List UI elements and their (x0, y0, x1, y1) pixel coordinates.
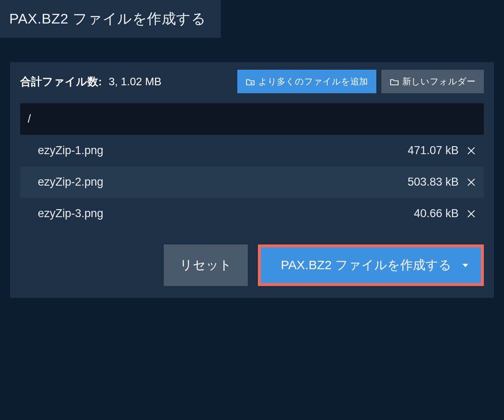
new-folder-label: 新しいフォルダー (402, 76, 475, 87)
reset-button[interactable]: リセット (164, 244, 248, 286)
file-list: / ezyZip-1.png 471.07 kB ezyZip-2.png 50… (20, 103, 484, 229)
caret-down-icon (462, 264, 468, 267)
remove-file-icon[interactable] (466, 209, 476, 219)
file-name: ezyZip-3.png (38, 207, 414, 220)
panel-title-tab: PAX.BZ2 ファイルを作成する (0, 0, 221, 38)
new-folder-button[interactable]: 新しいフォルダー (381, 70, 484, 93)
panel-title: PAX.BZ2 ファイルを作成する (9, 10, 206, 26)
remove-file-icon[interactable] (466, 146, 476, 156)
file-row[interactable]: ezyZip-3.png 40.66 kB (20, 198, 484, 229)
footer-actions: リセット PAX.BZ2 ファイルを作成する (10, 229, 494, 298)
current-path-row[interactable]: / (20, 103, 484, 135)
create-archive-button[interactable]: PAX.BZ2 ファイルを作成する (261, 247, 481, 283)
current-path: / (28, 113, 31, 125)
file-row[interactable]: ezyZip-1.png 471.07 kB (20, 135, 484, 166)
toolbar: 合計ファイル数: 3, 1.02 MB より多くのファイルを追加 新しいフォルダ… (10, 62, 494, 103)
create-archive-label: PAX.BZ2 ファイルを作成する (281, 257, 452, 274)
file-size: 40.66 kB (414, 207, 459, 220)
create-archive-panel: 合計ファイル数: 3, 1.02 MB より多くのファイルを追加 新しいフォルダ… (10, 62, 494, 298)
add-more-files-label: より多くのファイルを追加 (258, 76, 368, 87)
create-button-highlight: PAX.BZ2 ファイルを作成する (258, 244, 484, 286)
add-more-files-button[interactable]: より多くのファイルを追加 (237, 70, 376, 93)
file-size: 471.07 kB (407, 144, 459, 157)
folder-plus-icon (246, 78, 255, 85)
total-files-value: 3, 1.02 MB (109, 75, 162, 88)
file-size: 503.83 kB (407, 176, 459, 189)
file-row[interactable]: ezyZip-2.png 503.83 kB (20, 166, 484, 198)
total-files-label: 合計ファイル数: (20, 74, 102, 89)
file-name: ezyZip-2.png (38, 176, 407, 189)
remove-file-icon[interactable] (466, 177, 476, 187)
reset-label: リセット (180, 258, 232, 272)
folder-icon (390, 78, 399, 85)
file-name: ezyZip-1.png (38, 144, 407, 157)
